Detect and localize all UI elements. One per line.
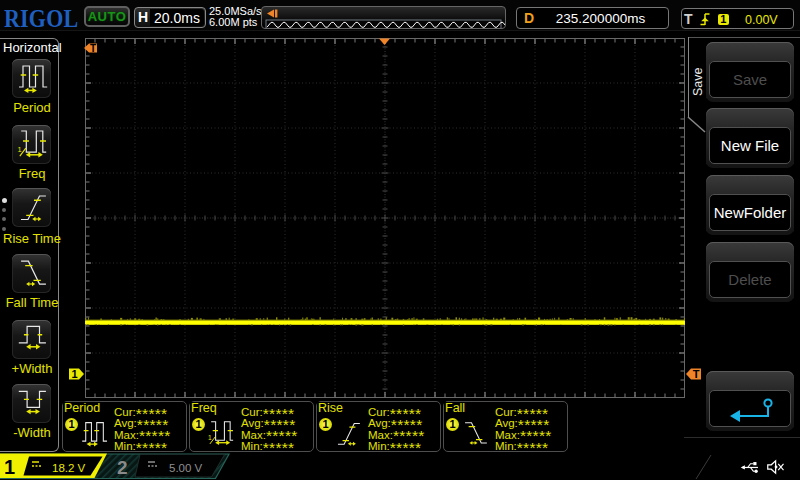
svg-text:T: T	[693, 368, 700, 380]
svg-text:1: 1	[208, 434, 212, 441]
svg-text:1: 1	[4, 456, 15, 478]
svg-text:1: 1	[18, 145, 22, 154]
svg-text:2: 2	[117, 457, 128, 478]
svg-text:1: 1	[71, 368, 77, 380]
svg-text:5.00 V: 5.00 V	[169, 462, 203, 474]
svg-text:18.2 V: 18.2 V	[52, 462, 86, 474]
svg-text:T: T	[90, 43, 96, 54]
